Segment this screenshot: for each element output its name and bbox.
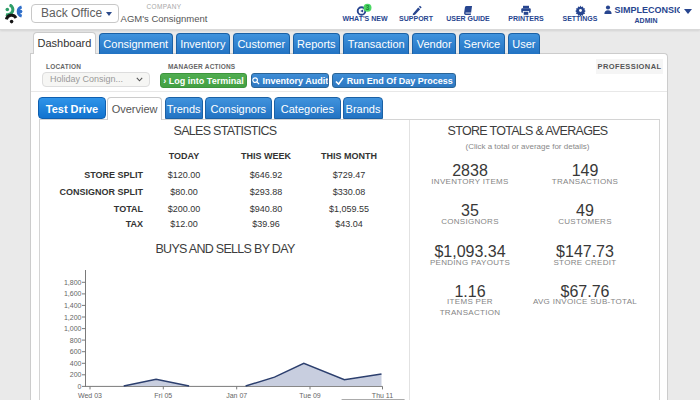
svg-text:3: 3 [366,4,370,11]
svg-text:400: 400 [70,360,82,367]
svg-text:1,200: 1,200 [64,314,82,321]
svg-text:800: 800 [70,337,82,344]
svg-text:1,000: 1,000 [64,325,82,332]
svg-text:Jan 07: Jan 07 [226,392,247,399]
svg-text:1,600: 1,600 [64,290,82,297]
svg-text:1,800: 1,800 [64,279,82,286]
svg-text:200: 200 [70,371,82,378]
svg-text:1,400: 1,400 [64,302,82,309]
svg-text:0: 0 [78,383,82,390]
svg-text:Fri 05: Fri 05 [154,392,172,399]
svg-text:Wed 03: Wed 03 [78,392,102,399]
svg-text:Thu 11: Thu 11 [372,392,393,399]
svg-text:600: 600 [70,348,82,355]
svg-text:Tue 09: Tue 09 [299,392,321,399]
